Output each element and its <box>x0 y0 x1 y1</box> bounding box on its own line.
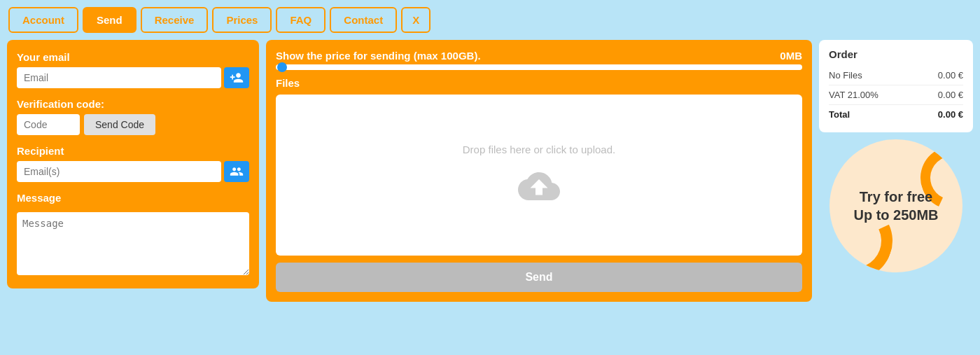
account-button[interactable]: Account <box>8 7 78 33</box>
message-textarea[interactable] <box>17 212 249 275</box>
order-title: Order <box>829 48 963 60</box>
slider-container <box>276 64 802 70</box>
verification-section: Verification code: Send Code <box>17 98 249 135</box>
files-label: Files <box>276 77 802 89</box>
add-person-button[interactable] <box>224 67 249 88</box>
email-row <box>17 67 249 88</box>
group-add-icon <box>230 165 244 179</box>
total-row: Total 0.00 € <box>829 105 963 124</box>
no-files-row: No Files 0.00 € <box>829 66 963 85</box>
left-panel: Your email Verification code: Send Code … <box>7 40 259 288</box>
no-files-value: 0.00 € <box>938 70 963 81</box>
promo-line2: Up to 250MB <box>853 207 938 223</box>
send-button-nav[interactable]: Send <box>83 7 136 33</box>
close-button[interactable]: X <box>401 7 430 33</box>
verification-label: Verification code: <box>17 98 249 110</box>
order-box: Order No Files 0.00 € VAT 21.00% 0.00 € … <box>819 40 973 132</box>
faq-button[interactable]: FAQ <box>276 7 326 33</box>
vat-row: VAT 21.00% 0.00 € <box>829 85 963 105</box>
files-section: Files Drop files here or click to upload… <box>276 77 802 256</box>
message-label: Message <box>17 192 249 204</box>
upload-cloud-icon <box>518 165 560 207</box>
size-label: 0MB <box>780 50 802 62</box>
vat-value: 0.00 € <box>938 90 963 100</box>
total-label: Total <box>829 109 850 120</box>
drop-zone-text: Drop files here or click to upload. <box>463 144 615 155</box>
promo-text: Try for free Up to 250MB <box>853 188 938 224</box>
total-value: 0.00 € <box>938 109 963 120</box>
prices-button[interactable]: Prices <box>212 7 272 33</box>
drop-zone[interactable]: Drop files here or click to upload. <box>276 95 802 256</box>
recipient-label: Recipient <box>17 145 249 157</box>
promo-line1: Try for free <box>860 189 932 204</box>
code-row: Send Code <box>17 114 249 135</box>
email-label: Your email <box>17 51 249 63</box>
recipient-section: Recipient <box>17 145 249 182</box>
main-layout: Your email Verification code: Send Code … <box>0 40 980 309</box>
price-bar-section: Show the price for sending (max 100GB). … <box>276 50 802 70</box>
send-files-button[interactable]: Send <box>276 263 802 292</box>
receive-button[interactable]: Receive <box>141 7 209 33</box>
center-panel: Show the price for sending (max 100GB). … <box>266 40 812 302</box>
right-panel: Order No Files 0.00 € VAT 21.00% 0.00 € … <box>819 40 973 272</box>
vat-label: VAT 21.00% <box>829 90 878 100</box>
message-section: Message <box>17 192 249 277</box>
slider-track[interactable] <box>276 64 802 70</box>
add-group-button[interactable] <box>224 161 249 182</box>
top-nav: Account Send Receive Prices FAQ Contact … <box>0 0 980 40</box>
recipient-input[interactable] <box>17 161 221 182</box>
recipient-row <box>17 161 249 182</box>
contact-button[interactable]: Contact <box>330 7 397 33</box>
email-input[interactable] <box>17 67 221 88</box>
code-input[interactable] <box>17 114 80 135</box>
person-add-icon <box>230 71 244 85</box>
no-files-label: No Files <box>829 70 862 81</box>
send-code-button[interactable]: Send Code <box>84 114 155 135</box>
price-bar-label: Show the price for sending (max 100GB). <box>276 50 481 62</box>
promo-box: Try for free Up to 250MB <box>830 139 962 272</box>
slider-thumb <box>277 62 287 72</box>
price-bar-row: Show the price for sending (max 100GB). … <box>276 50 802 62</box>
